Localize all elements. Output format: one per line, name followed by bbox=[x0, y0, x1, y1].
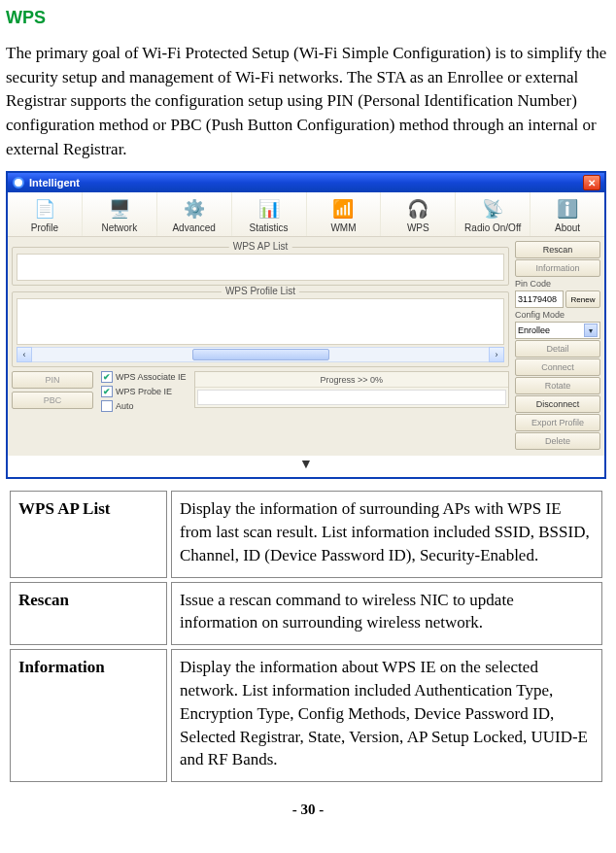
scroll-right-icon[interactable]: › bbox=[489, 347, 504, 362]
window-title: Intelligent bbox=[29, 177, 80, 188]
section-title: WPS bbox=[6, 8, 610, 28]
tab-label: Profile bbox=[31, 222, 58, 233]
desc-cell: Display the information about WPS IE on … bbox=[171, 649, 602, 782]
term-cell: Rescan bbox=[10, 582, 167, 646]
checkbox-label: WPS Associate IE bbox=[116, 372, 187, 382]
wps-ap-list-group: WPS AP List bbox=[12, 247, 509, 286]
group-legend: WPS Profile List bbox=[222, 286, 299, 296]
tab-label: Network bbox=[101, 222, 137, 233]
checkbox-icon bbox=[101, 386, 113, 397]
detail-button[interactable]: Detail bbox=[515, 340, 600, 358]
tab-network[interactable]: 🖥️ Network bbox=[83, 192, 157, 236]
checkbox-icon bbox=[101, 400, 113, 412]
rescan-button[interactable]: Rescan bbox=[515, 241, 600, 258]
expand-arrow-icon[interactable]: ▼ bbox=[299, 456, 313, 471]
pbc-button[interactable]: PBC bbox=[12, 392, 93, 409]
tab-label: Advanced bbox=[172, 222, 215, 233]
renew-button[interactable]: Renew bbox=[565, 290, 600, 308]
tab-about[interactable]: ℹ️ About bbox=[530, 192, 604, 236]
pin-button[interactable]: PIN bbox=[12, 371, 93, 389]
scroll-track[interactable] bbox=[32, 347, 489, 362]
config-mode-select[interactable]: Enrollee ▾ bbox=[515, 322, 600, 339]
table-row: WPS AP List Display the information of s… bbox=[10, 491, 602, 577]
scroll-left-icon[interactable]: ‹ bbox=[17, 347, 32, 362]
svg-point-0 bbox=[14, 178, 23, 188]
desc-cell: Issue a rescan command to wireless NIC t… bbox=[171, 582, 602, 646]
expand-strip: ▼ bbox=[8, 456, 604, 477]
table-row: Information Display the information abou… bbox=[10, 649, 602, 782]
horizontal-scrollbar[interactable]: ‹ › bbox=[17, 347, 504, 362]
checkbox-icon bbox=[101, 371, 113, 383]
network-icon: 🖥️ bbox=[106, 196, 133, 222]
tab-label: Radio On/Off bbox=[464, 222, 521, 233]
checkbox-wps-associate[interactable]: WPS Associate IE bbox=[101, 371, 187, 383]
checkbox-label: Auto bbox=[116, 401, 134, 411]
progress-label: Progress >> 0% bbox=[195, 372, 508, 388]
group-legend: WPS AP List bbox=[229, 241, 292, 252]
rotate-button[interactable]: Rotate bbox=[515, 377, 600, 394]
titlebar: Intelligent ✕ bbox=[8, 173, 604, 192]
tab-label: About bbox=[555, 222, 580, 233]
close-button[interactable]: ✕ bbox=[583, 175, 600, 190]
delete-button[interactable]: Delete bbox=[515, 432, 600, 450]
checkbox-label: WPS Probe IE bbox=[116, 387, 172, 396]
checkbox-wps-probe[interactable]: WPS Probe IE bbox=[101, 386, 187, 397]
information-button[interactable]: Information bbox=[515, 259, 600, 277]
tab-radio[interactable]: 📡 Radio On/Off bbox=[456, 192, 530, 236]
app-window: Intelligent ✕ 📄 Profile 🖥️ Network ⚙️ Ad… bbox=[6, 171, 606, 479]
tab-wps[interactable]: 🎧 WPS bbox=[381, 192, 456, 236]
wps-profile-list[interactable] bbox=[17, 298, 504, 345]
profile-icon: 📄 bbox=[31, 196, 58, 222]
wps-ap-list[interactable] bbox=[17, 254, 504, 281]
tab-advanced[interactable]: ⚙️ Advanced bbox=[157, 192, 232, 236]
tab-label: WMM bbox=[330, 222, 356, 233]
app-icon bbox=[12, 176, 25, 189]
config-mode-label: Config Mode bbox=[515, 309, 600, 321]
pin-code-label: Pin Code bbox=[515, 278, 600, 290]
about-icon: ℹ️ bbox=[554, 196, 581, 222]
main-toolbar: 📄 Profile 🖥️ Network ⚙️ Advanced 📊 Stati… bbox=[8, 192, 604, 237]
tab-label: Statistics bbox=[250, 222, 289, 233]
definitions-table: WPS AP List Display the information of s… bbox=[6, 487, 606, 786]
wmm-icon: 📶 bbox=[329, 196, 357, 222]
config-mode-value: Enrollee bbox=[518, 325, 550, 335]
advanced-icon: ⚙️ bbox=[181, 196, 208, 222]
term-cell: Information bbox=[10, 649, 167, 782]
tab-label: WPS bbox=[407, 222, 429, 233]
tab-statistics[interactable]: 📊 Statistics bbox=[232, 192, 307, 236]
export-profile-button[interactable]: Export Profile bbox=[515, 414, 600, 431]
connect-button[interactable]: Connect bbox=[515, 358, 600, 376]
disconnect-button[interactable]: Disconnect bbox=[515, 395, 600, 413]
checkbox-auto[interactable]: Auto bbox=[101, 400, 187, 412]
tab-profile[interactable]: 📄 Profile bbox=[8, 192, 83, 236]
table-row: Rescan Issue a rescan command to wireles… bbox=[10, 582, 602, 646]
progress-status bbox=[197, 390, 506, 405]
wps-icon: 🎧 bbox=[404, 196, 431, 222]
scroll-thumb[interactable] bbox=[192, 349, 329, 360]
progress-box: Progress >> 0% bbox=[194, 371, 509, 408]
desc-cell: Display the information of surrounding A… bbox=[171, 491, 602, 577]
chevron-down-icon: ▾ bbox=[584, 324, 598, 337]
statistics-icon: 📊 bbox=[256, 196, 283, 222]
intro-paragraph: The primary goal of Wi-Fi Protected Setu… bbox=[6, 42, 610, 161]
radio-icon: 📡 bbox=[479, 196, 506, 222]
wps-profile-list-group: WPS Profile List ‹ › bbox=[12, 291, 509, 367]
pin-code-input[interactable] bbox=[515, 290, 564, 308]
term-cell: WPS AP List bbox=[10, 491, 167, 577]
tab-wmm[interactable]: 📶 WMM bbox=[307, 192, 382, 236]
page-number: - 30 - bbox=[6, 802, 610, 818]
